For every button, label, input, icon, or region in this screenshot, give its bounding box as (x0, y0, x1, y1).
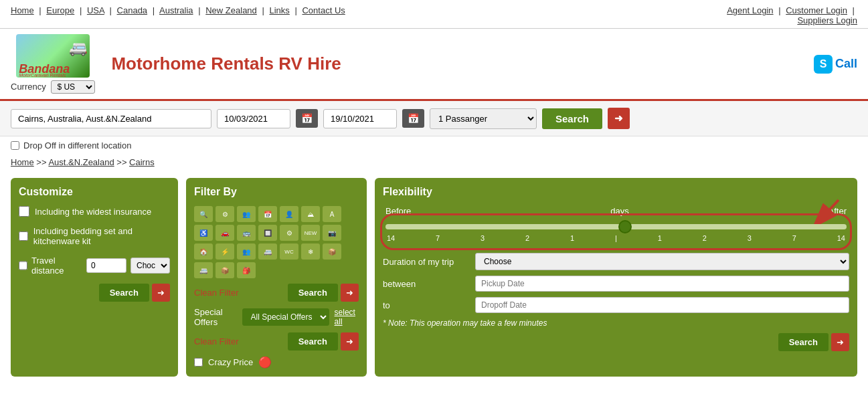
logo-background: 🚐 Bandana MotorCaravan Rentals (16, 34, 90, 78)
logo-van-icon: 🚐 (69, 39, 87, 57)
filter-icon-car[interactable]: 🚗 (215, 225, 234, 241)
filter-icon-gear[interactable]: ⚙ (215, 206, 234, 222)
nav-usa[interactable]: USA (87, 5, 104, 15)
site-header: 🚐 Bandana MotorCaravan Rentals Currency … (0, 29, 868, 101)
nav-canada[interactable]: Canada (117, 5, 148, 15)
customize-search-button[interactable]: Search (99, 284, 149, 302)
nav-newzealand[interactable]: New Zealand (205, 5, 257, 15)
filter-icon-person[interactable]: 👤 (280, 206, 298, 222)
flexibility-note: * Note: This operation may take a few mi… (383, 318, 849, 328)
travel-checkbox[interactable] (19, 260, 27, 271)
pickup-date-input[interactable] (475, 276, 849, 292)
fire-icon: 🔴 (258, 356, 272, 369)
clean-filter-link-1[interactable]: Clean Filter (194, 288, 238, 298)
dropoff-date-input[interactable] (475, 297, 849, 313)
filter-icon-package[interactable]: 📦 (215, 262, 234, 278)
date-from-input[interactable] (217, 109, 290, 128)
main-search-button[interactable]: Search (542, 108, 602, 129)
filter-icon-van[interactable]: 🚐 (258, 243, 277, 260)
filter-search-buttons-2: Search ➜ (288, 332, 359, 351)
main-search-bar: 📅 📅 1 Passanger 2 Passangers 3 Passanger… (0, 101, 868, 136)
currency-select[interactable]: $ US € EUR £ GBP (51, 80, 95, 94)
filter-icon-bag[interactable]: 🎒 (237, 262, 256, 278)
nav-contact[interactable]: Contact Us (302, 5, 345, 15)
duration-label: Duration of my trip (383, 257, 470, 267)
nav-australia[interactable]: Australia (159, 5, 193, 15)
suppliers-login-link[interactable]: Suppliers Login (797, 15, 857, 25)
breadcrumb-home[interactable]: Home (11, 157, 34, 167)
bedding-checkbox[interactable] (19, 231, 28, 241)
agent-login-link[interactable]: Agent Login (727, 5, 773, 15)
choc-select[interactable]: Choc km miles (131, 258, 170, 274)
flexibility-slider[interactable] (385, 224, 847, 229)
flexibility-search-button[interactable]: Search (778, 333, 829, 351)
select-all-link[interactable]: select all (335, 308, 359, 326)
flexibility-arrow-button[interactable]: ➜ (831, 333, 849, 351)
customize-arrow-button[interactable]: ➜ (152, 284, 170, 302)
header-right: S Call (814, 55, 857, 74)
filter-arrow-button-1[interactable]: ➜ (341, 284, 359, 302)
filter-icon-camera[interactable]: 📷 (323, 225, 341, 241)
bedding-label: Including bedding set and kitchenware ki… (33, 226, 170, 246)
filter-icon-accessible[interactable]: ♿ (194, 225, 213, 241)
dropoff-checkbox[interactable] (11, 141, 19, 150)
filter-icon-rv[interactable]: 🚐 (194, 262, 213, 278)
between-row: between (383, 276, 849, 292)
to-row: to (383, 297, 849, 313)
breadcrumb-region[interactable]: Aust.&N.Zealand (48, 157, 114, 167)
breadcrumb: Home >> Aust.&N.Zealand >> Cairns (0, 155, 868, 173)
nav-links[interactable]: Links (269, 5, 289, 15)
main-search-arrow-button[interactable]: ➜ (608, 108, 630, 129)
special-offers-label: Special Offers (194, 307, 237, 327)
skype-call-button[interactable]: S Call (814, 55, 857, 74)
calendar-from-button[interactable]: 📅 (296, 109, 318, 128)
filter-icon-a[interactable]: A (323, 206, 341, 222)
top-nav-links: Home | Europe | USA | Canada | Australia… (11, 5, 345, 15)
crazy-price-label: Crazy Price (208, 357, 253, 367)
special-offers-select[interactable]: All Special Offers Flash Sale Early Bird (242, 308, 329, 326)
filter-icon-bolt[interactable]: ⚡ (215, 243, 234, 260)
location-input[interactable] (11, 109, 211, 128)
filter-search-button-1[interactable]: Search (288, 284, 338, 302)
filter-icon-wc[interactable]: WC (280, 243, 298, 260)
customize-title: Customize (19, 186, 170, 198)
filter-icon-bus[interactable]: 🚌 (237, 225, 256, 241)
travel-input[interactable] (86, 258, 126, 273)
travel-label: Travel distance (31, 256, 82, 276)
filter-icon-search[interactable]: 🔍 (194, 206, 213, 222)
filter-icon-snow[interactable]: ❄ (301, 243, 320, 260)
filter-arrow-button-2[interactable]: ➜ (341, 332, 359, 351)
calendar-to-button[interactable]: 📅 (402, 109, 424, 128)
date-to-input[interactable] (323, 109, 397, 128)
filter-icon-home[interactable]: 🏠 (194, 243, 213, 260)
filter-icon-mountain[interactable]: ⛰ (301, 206, 320, 222)
filter-icon-square[interactable]: 🔲 (258, 225, 277, 241)
crazy-price-checkbox[interactable] (194, 358, 203, 367)
filter-title: Filter By (194, 186, 359, 198)
filter-icon-calendar[interactable]: 📅 (258, 206, 277, 222)
passenger-select[interactable]: 1 Passanger 2 Passangers 3 Passangers 4 … (430, 108, 537, 129)
customer-login-link[interactable]: Customer Login (786, 5, 847, 15)
nav-europe[interactable]: Europe (46, 5, 74, 15)
filter-search-buttons: Search ➜ (288, 284, 359, 302)
filter-icons: 🔍 ⚙ 👥 📅 👤 ⛰ A ♿ 🚗 🚌 🔲 ⚙ NEW 📷 🏠 ⚡ 👥 🚐 WC… (194, 206, 359, 278)
duration-select[interactable]: Choose 7 days 14 days 21 days 28 days (475, 253, 849, 270)
filter-icon-settings[interactable]: ⚙ (280, 225, 298, 241)
currency-area: Currency $ US € EUR £ GBP (11, 80, 95, 94)
nav-home[interactable]: Home (11, 5, 34, 15)
dropoff-checkbox-label[interactable]: Drop Off in different location (11, 140, 857, 151)
filter-icon-group[interactable]: 👥 (237, 243, 256, 260)
filter-panel: Filter By 🔍 ⚙ 👥 📅 👤 ⛰ A ♿ 🚗 🚌 🔲 ⚙ NEW 📷 … (186, 178, 367, 377)
clean-filter-link-2[interactable]: Clean Filter (194, 336, 238, 346)
logo-area: 🚐 Bandana MotorCaravan Rentals Currency … (11, 34, 95, 94)
logo-box: 🚐 Bandana MotorCaravan Rentals (16, 34, 90, 78)
filter-search-button-2[interactable]: Search (288, 332, 338, 351)
customize-search-row: Search ➜ (19, 284, 170, 302)
breadcrumb-location[interactable]: Cairns (129, 157, 155, 167)
insurance-label: Including the widest insurance (35, 207, 151, 217)
filter-icon-people[interactable]: 👥 (237, 206, 256, 222)
insurance-checkbox[interactable] (19, 206, 29, 217)
filter-icon-new[interactable]: NEW (301, 225, 320, 241)
filter-icon-box[interactable]: 📦 (323, 243, 341, 260)
skype-icon: S (814, 55, 833, 74)
